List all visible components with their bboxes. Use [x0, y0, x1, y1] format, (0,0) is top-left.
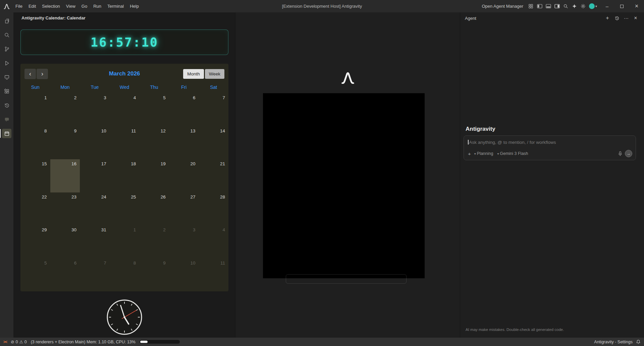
calendar-cell[interactable]: 2 [139, 225, 169, 258]
calendar-cell[interactable]: 5 [139, 93, 169, 126]
calendar-cell[interactable]: 6 [50, 258, 80, 292]
calendar-cell[interactable]: 11 [110, 126, 140, 160]
menu-edit[interactable]: Edit [26, 2, 39, 10]
calendar-cell[interactable]: 7 [80, 258, 110, 292]
more-actions-icon[interactable]: ··· [623, 14, 630, 22]
gemini-sparkle-icon[interactable] [570, 2, 579, 11]
close-window-button[interactable]: × [629, 0, 644, 12]
calendar-cell[interactable]: 22 [20, 192, 50, 226]
sidebar-item-chat[interactable] [0, 112, 13, 126]
calendar-cell[interactable]: 21 [199, 159, 228, 192]
microphone-icon[interactable] [618, 151, 622, 156]
menu-help[interactable]: Help [127, 2, 142, 10]
account-avatar[interactable] [589, 3, 595, 9]
settings-status-label[interactable]: Antigravity - Settings [594, 340, 633, 344]
calendar-cell[interactable]: 3 [80, 93, 110, 126]
calendar-cell[interactable]: 27 [169, 192, 199, 226]
sidebar-item-explorer[interactable] [0, 14, 13, 28]
calendar-cell[interactable]: 26 [139, 192, 169, 226]
calendar-cell[interactable]: 29 [20, 225, 50, 258]
calendar-cell[interactable]: 13 [169, 126, 199, 160]
calendar-cell[interactable]: 28 [199, 192, 228, 226]
sidebar-item-calendar[interactable] [0, 126, 13, 140]
chat-icon [2, 115, 11, 124]
calendar-cell[interactable]: 11 [199, 258, 228, 292]
calendar-cell[interactable]: 10 [169, 258, 199, 292]
agent-manager-grid-icon[interactable] [527, 2, 535, 11]
search-icon[interactable] [561, 2, 570, 11]
toggle-left-sidebar-icon[interactable] [535, 2, 544, 11]
calendar-cell[interactable]: 1 [110, 225, 140, 258]
calendar-cell[interactable]: 5 [20, 258, 50, 292]
status-bar: >< ⊘ 0 ⚠ 0 (3 renderers + Electron Main)… [0, 338, 644, 346]
agent-chat-input[interactable]: Ask anything, @ to mention, / for workfl… [464, 135, 636, 160]
calendar-cell[interactable]: 3 [169, 225, 199, 258]
menu-go[interactable]: Go [79, 2, 90, 10]
calendar-cell[interactable]: 24 [80, 192, 110, 226]
calendar-cell[interactable]: 9 [50, 126, 80, 160]
problems-indicator[interactable]: ⊘ 0 ⚠ 0 [11, 339, 27, 344]
sidebar-item-remote-explorer[interactable] [0, 70, 13, 84]
maximize-button[interactable] [614, 0, 629, 12]
calendar-day-number: 23 [71, 194, 76, 199]
conversation-history-icon[interactable] [613, 14, 621, 22]
calendar-cell[interactable]: 7 [199, 93, 228, 126]
calendar-cell-today[interactable]: 16 [50, 159, 80, 192]
calendar-cell[interactable]: 18 [110, 159, 140, 192]
calendar-cell[interactable]: 4 [110, 93, 140, 126]
attach-plus-icon[interactable]: + [468, 151, 471, 157]
model-selector[interactable]: Gemini 3 Flash [500, 151, 528, 156]
calendar-cell[interactable]: 15 [20, 159, 50, 192]
calendar-cell[interactable]: 30 [50, 225, 80, 258]
warnings-count: 0 [24, 340, 27, 344]
send-button[interactable]: → [625, 150, 632, 157]
calendar-cell[interactable]: 1 [20, 93, 50, 126]
calendar-cell[interactable]: 17 [80, 159, 110, 192]
month-view-button[interactable]: Month [183, 69, 204, 79]
sidebar-item-extensions[interactable] [0, 84, 13, 98]
menu-view[interactable]: View [63, 2, 78, 10]
settings-gear-icon[interactable] [579, 2, 588, 11]
calendar-cell[interactable]: 10 [80, 126, 110, 160]
calendar-day-number: 12 [161, 128, 166, 133]
sidebar-item-history[interactable] [0, 98, 13, 112]
calendar-cell[interactable]: 12 [139, 126, 169, 160]
notifications-bell-icon[interactable] [636, 339, 641, 344]
account-chevron-down-icon[interactable]: ▾ [595, 4, 597, 8]
minimize-button[interactable]: – [600, 0, 614, 12]
week-view-button[interactable]: Week [205, 69, 224, 79]
errors-icon: ⊘ [11, 339, 14, 344]
prev-month-button[interactable]: ‹ [24, 69, 36, 79]
mode-selector[interactable]: Planning [477, 151, 493, 156]
calendar-cell[interactable]: 4 [199, 225, 228, 258]
calendar-cell[interactable]: 31 [80, 225, 110, 258]
menu-run[interactable]: Run [91, 2, 104, 10]
open-agent-manager-button[interactable]: Open Agent Manager [482, 4, 523, 9]
remote-indicator-icon[interactable]: >< [3, 340, 7, 344]
calendar-cell[interactable]: 8 [20, 126, 50, 160]
sidebar-item-run-debug[interactable] [0, 56, 13, 70]
explorer-icon [2, 16, 11, 25]
calendar-cell[interactable]: 20 [169, 159, 199, 192]
menu-file[interactable]: File [13, 2, 25, 10]
calendar-cell[interactable]: 8 [110, 258, 140, 292]
menu-terminal[interactable]: Terminal [105, 2, 126, 10]
calendar-day-number: 9 [163, 261, 166, 266]
next-month-button[interactable]: › [37, 69, 48, 79]
calendar-cell[interactable]: 23 [50, 192, 80, 226]
run-debug-icon [2, 58, 11, 68]
toggle-panel-icon[interactable] [544, 2, 553, 11]
close-panel-icon[interactable]: × [632, 14, 639, 22]
calendar-cell[interactable]: 2 [50, 93, 80, 126]
new-conversation-icon[interactable]: + [604, 14, 611, 22]
sidebar-item-source-control[interactable] [0, 42, 13, 56]
menu-selection[interactable]: Selection [39, 2, 62, 10]
calendar-cell[interactable]: 25 [110, 192, 140, 226]
calendar-cell[interactable]: 9 [139, 258, 169, 292]
calendar-cell[interactable]: 14 [199, 126, 228, 160]
calendar-cell[interactable]: 6 [169, 93, 199, 126]
calendar-cell[interactable]: 19 [139, 159, 169, 192]
toggle-right-sidebar-icon[interactable] [553, 2, 561, 11]
performance-stats[interactable]: (3 renderers + Electron Main) Mem: 1.10 … [31, 340, 136, 344]
sidebar-item-search[interactable] [0, 28, 13, 42]
